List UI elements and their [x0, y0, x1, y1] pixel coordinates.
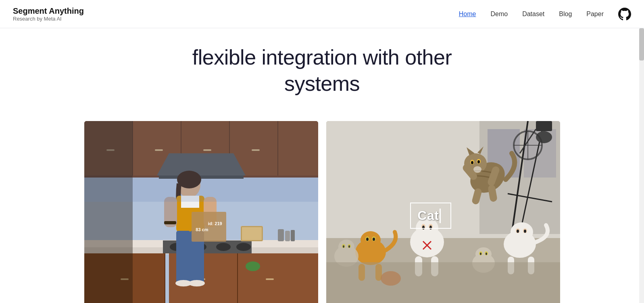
svg-point-69 [471, 161, 473, 164]
nav-paper[interactable]: Paper [586, 10, 604, 18]
svg-point-94 [366, 238, 369, 241]
nav-dataset[interactable]: Dataset [522, 10, 544, 18]
brand[interactable]: Segment Anything Research by Meta AI [13, 6, 84, 22]
kitchen-detection-label: id: 219 83 cm [192, 212, 226, 242]
brand-title: Segment Anything [13, 6, 84, 16]
svg-point-37 [189, 280, 205, 286]
svg-rect-57 [536, 121, 552, 131]
brand-subtitle: Research by Meta AI [13, 16, 84, 22]
cat-detection-label: Cat [410, 203, 451, 229]
hero-heading: flexible integration with other systems [16, 44, 628, 97]
kitchen-image-card: id: 219 83 cm [84, 121, 318, 303]
svg-point-26 [216, 243, 231, 251]
svg-rect-47 [84, 121, 318, 202]
nav-demo[interactable]: Demo [490, 10, 508, 18]
svg-point-27 [236, 243, 251, 251]
nav-blog[interactable]: Blog [559, 10, 572, 18]
svg-rect-125 [326, 262, 560, 303]
svg-rect-39 [164, 221, 176, 224]
images-row: id: 219 83 cm [16, 121, 628, 303]
svg-point-117 [475, 247, 492, 261]
cat-label-text: Cat [417, 208, 439, 223]
kitchen-image: id: 219 83 cm [84, 121, 318, 303]
svg-point-112 [517, 230, 519, 233]
svg-point-122 [480, 253, 481, 255]
svg-point-95 [373, 238, 375, 241]
svg-point-58 [536, 131, 552, 143]
svg-rect-22 [266, 278, 274, 280]
svg-point-42 [246, 261, 260, 271]
svg-point-107 [511, 222, 533, 242]
cats-image: Cat [326, 121, 560, 303]
svg-point-99 [338, 240, 354, 254]
main-content: flexible integration with other systems [0, 28, 644, 303]
scrollbar-thumb[interactable] [639, 28, 644, 61]
scrollbar-track [639, 28, 644, 303]
svg-rect-44 [285, 231, 290, 241]
svg-point-105 [348, 245, 350, 248]
nav-links: Home Demo Dataset Blog Paper [459, 8, 631, 21]
cat-cursor [440, 209, 441, 223]
svg-point-113 [524, 230, 526, 233]
svg-point-75 [473, 166, 481, 173]
cats-image-card: Cat [326, 121, 560, 303]
hero-section: flexible integration with other systems [16, 28, 628, 121]
github-icon[interactable] [618, 8, 631, 21]
svg-rect-43 [278, 229, 284, 241]
svg-point-104 [343, 245, 344, 248]
svg-rect-45 [291, 230, 295, 241]
navbar: Segment Anything Research by Meta AI Hom… [0, 0, 644, 28]
svg-rect-41 [242, 227, 262, 240]
svg-point-89 [361, 231, 381, 249]
svg-rect-34 [176, 231, 190, 283]
nav-home[interactable]: Home [459, 10, 476, 18]
svg-point-123 [486, 253, 487, 255]
svg-point-70 [477, 160, 480, 163]
